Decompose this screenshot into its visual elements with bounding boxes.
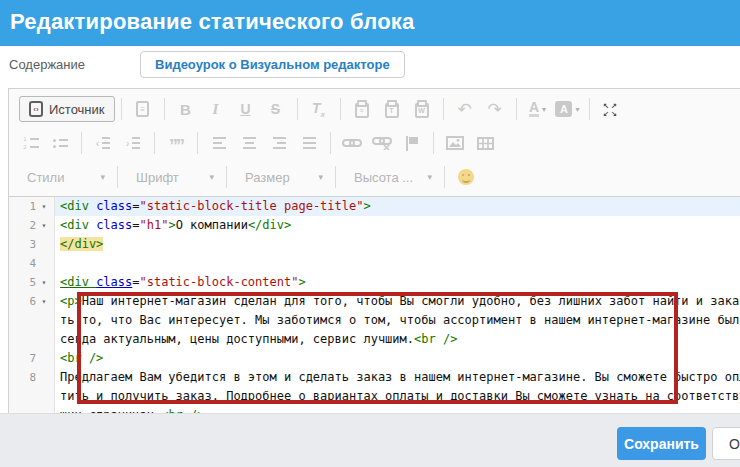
toolbar-separator [117,166,118,188]
align-left-button[interactable] [206,130,232,156]
dropdown-стили[interactable]: Стили▾ [15,170,111,185]
code-text [55,254,740,273]
chevron-down-icon: ▾ [209,172,214,182]
code-line[interactable]: ть то, что Вас интересует. Мы заботимся … [9,311,740,330]
unlink-button[interactable] [369,130,395,156]
align-right-button[interactable] [266,130,292,156]
anchor-button[interactable] [399,130,425,156]
templates-button[interactable]: ≡ [130,96,156,122]
line-gutter: 6▾ [9,292,55,311]
justify-button[interactable] [296,130,322,156]
background-color-icon: A [555,101,572,117]
chevron-down-icon: ▾ [100,172,105,182]
fold-arrow-icon[interactable]: ▾ [36,216,52,235]
fold-arrow-icon[interactable]: ▾ [36,292,52,311]
code-line[interactable]: 4 [9,254,740,273]
video-tutorial-button[interactable]: Видеоурок о Визуальном редакторе [140,51,405,78]
redo-button[interactable]: ↷ [482,96,508,122]
fold-arrow-icon [36,235,52,254]
text-color-button[interactable]: A ▾ [525,96,551,122]
bold-button[interactable]: B [173,96,199,122]
numbered-list-button[interactable]: 1 2 [17,130,43,156]
toolbar-separator [340,98,341,120]
code-text: <div class="static-block-content"> [55,273,740,292]
increase-indent-icon: › [126,137,141,149]
html-editor: ‹› Источник ≡ B I U S Tx ≡ T W [8,88,740,414]
toolbar-separator [297,98,298,120]
undo-button[interactable]: ↶ [452,96,478,122]
code-line[interactable]: 8Предлагаем Вам убедится в этом и сделат… [9,368,740,387]
toolbar-separator [197,132,198,154]
flag-icon [405,136,419,151]
line-gutter: 4 [9,254,55,273]
unlink-icon [372,136,392,150]
image-button[interactable] [442,130,468,156]
maximize-icon: ↖↗↙↘ [603,102,618,117]
paste-button[interactable]: ≡ [349,96,375,122]
blockquote-button[interactable]: ”” [163,130,189,156]
table-button[interactable] [472,130,498,156]
code-line[interactable]: 7<br /> [9,349,740,368]
paste-from-word-button[interactable]: W [409,96,435,122]
toolbar-separator [335,166,336,188]
link-icon [342,137,362,149]
dropdown-шрифт[interactable]: Шрифт▾ [124,170,220,185]
toolbar-separator [330,132,331,154]
maximize-button[interactable]: ↖↗↙↘ [598,96,624,122]
line-number: 8 [9,368,36,387]
cancel-button[interactable]: От [712,427,740,460]
align-center-button[interactable] [236,130,262,156]
image-icon [446,136,464,150]
code-line[interactable]: 2▾<div class="h1">О компании</div> [9,216,740,235]
strikethrough-button[interactable]: S [263,96,289,122]
fold-arrow-icon [36,349,52,368]
italic-button[interactable]: I [203,96,229,122]
line-number: 5 [9,273,36,292]
remove-format-button[interactable]: Tx [306,96,332,122]
line-gutter: 2▾ [9,216,55,235]
link-button[interactable] [339,130,365,156]
bold-icon: B [180,101,191,118]
background-color-button[interactable]: A ▾ [555,96,581,122]
content-label: Содержание [9,57,85,72]
text-color-icon: A [529,101,539,117]
paste-word-icon: W [415,103,429,118]
toolbar-separator [443,98,444,120]
toolbar-separator [154,132,155,154]
dropdown-высота-[interactable]: Высота ...▾ [342,170,438,185]
bulleted-list-button[interactable] [47,130,73,156]
source-button[interactable]: ‹› Источник [19,96,115,122]
align-right-icon [273,137,286,149]
line-number: 3 [9,235,36,254]
code-line[interactable]: сегда актуальным, цены доступными, серви… [9,330,740,349]
dropdown-размер[interactable]: Размер▾ [233,170,329,185]
code-text: сегда актуальным, цены доступными, серви… [55,330,740,349]
toolbar-separator [516,98,517,120]
paste-plain-text-button[interactable]: T [379,96,405,122]
line-number [9,330,36,349]
code-line[interactable]: тить и получить заказ. Подробнее о вариа… [9,387,740,406]
increase-indent-button[interactable]: › [120,130,146,156]
toolbar-separator [433,132,434,154]
page-title: Редактирование статического блока [0,0,740,44]
code-line[interactable]: 5▾<div class="static-block-content"> [9,273,740,292]
bottom-bar: Сохранить От [0,413,740,467]
underline-icon: U [240,101,250,117]
code-text: </div> [55,235,740,254]
line-gutter [9,330,55,349]
dropdown-label: Стили [27,170,64,185]
decrease-indent-button[interactable]: ‹ [90,130,116,156]
save-button[interactable]: Сохранить [617,427,706,460]
line-number: 2 [9,216,36,235]
code-line[interactable]: 6▾<p>Наш интернет-магазин сделан для тог… [9,292,740,311]
source-code-area[interactable]: 1▾<div class="static-block-title page-ti… [9,197,740,414]
remove-format-icon: Tx [312,100,325,119]
fold-arrow-icon[interactable]: ▾ [36,197,52,216]
code-line[interactable]: 1▾<div class="static-block-title page-ti… [9,197,740,216]
fold-arrow-icon[interactable]: ▾ [36,273,52,292]
fold-arrow-icon [36,311,52,330]
blockquote-icon: ”” [169,135,183,151]
code-line[interactable]: 3</div> [9,235,740,254]
smiley-button[interactable] [453,164,479,190]
underline-button[interactable]: U [233,96,259,122]
